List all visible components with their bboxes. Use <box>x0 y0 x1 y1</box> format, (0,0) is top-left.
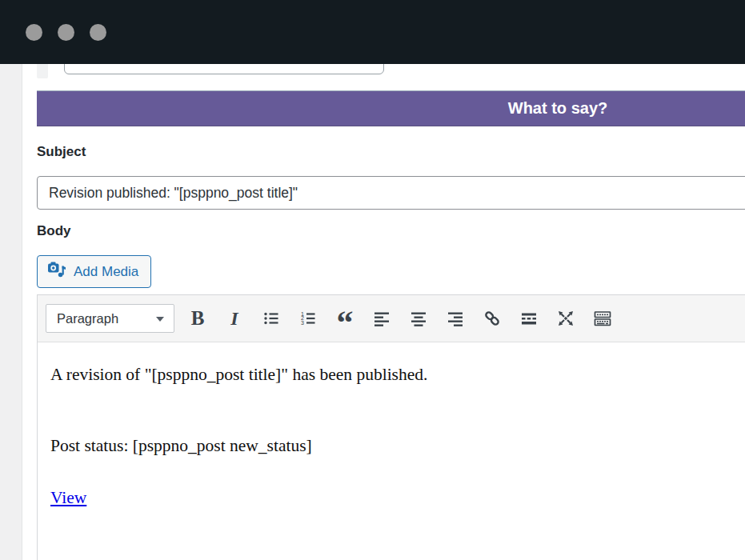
subject-label: Subject <box>37 144 86 160</box>
editor-paragraph: Post status: [psppno_post new_status] <box>50 436 745 456</box>
view-link[interactable]: View <box>50 488 86 507</box>
align-center-button[interactable] <box>400 302 437 334</box>
align-center-icon <box>409 309 428 328</box>
bold-button[interactable]: B <box>179 302 216 334</box>
window-chrome-bar <box>0 0 745 64</box>
italic-button[interactable]: I <box>216 302 253 334</box>
chevron-down-icon <box>156 317 164 322</box>
svg-text:“: “ <box>337 309 354 328</box>
format-select-value: Paragraph <box>57 311 118 326</box>
add-media-label: Add Media <box>74 264 138 280</box>
align-right-button[interactable] <box>437 302 474 334</box>
body-editor: Paragraph B I 1 2 3 <box>37 294 745 560</box>
italic-icon: I <box>230 308 238 330</box>
align-left-button[interactable] <box>363 302 400 334</box>
fullscreen-button[interactable] <box>547 302 584 334</box>
what-to-say-banner: What to say? <box>37 90 745 126</box>
blockquote-button[interactable]: “ <box>326 302 363 334</box>
svg-text:3: 3 <box>301 320 304 326</box>
read-more-icon <box>519 309 539 328</box>
numbered-list-icon: 1 2 3 <box>298 309 318 328</box>
editor-content[interactable]: A revision of "[psppno_post title]" has … <box>38 365 745 508</box>
window-dot-icon <box>26 24 42 41</box>
bulleted-list-button[interactable] <box>253 302 290 334</box>
page: Published What to say? Subject Body Add … <box>0 0 745 560</box>
keyboard-icon <box>592 309 613 328</box>
blockquote-icon: “ <box>334 309 355 328</box>
bold-icon: B <box>191 307 205 330</box>
paragraph-format-select[interactable]: Paragraph <box>46 304 174 333</box>
link-button[interactable] <box>474 302 511 334</box>
add-media-icon <box>47 261 66 282</box>
add-media-button[interactable]: Add Media <box>37 255 151 288</box>
read-more-button[interactable] <box>511 302 547 334</box>
window-dot-icon <box>58 24 74 41</box>
body-label: Body <box>37 223 71 239</box>
link-icon <box>483 309 502 328</box>
editor-paragraph: A revision of "[psppno_post title]" has … <box>50 365 745 385</box>
toolbar-toggle-button[interactable] <box>584 302 621 334</box>
align-left-icon <box>372 309 391 328</box>
window-dot-icon <box>90 24 106 41</box>
subject-input[interactable] <box>37 176 745 210</box>
fullscreen-icon <box>555 309 576 328</box>
bulleted-list-icon <box>262 309 281 328</box>
editor-toolbar: Paragraph B I 1 2 3 <box>38 295 745 342</box>
align-right-icon <box>446 309 465 328</box>
banner-title: What to say? <box>508 99 607 118</box>
numbered-list-button[interactable]: 1 2 3 <box>290 302 326 334</box>
